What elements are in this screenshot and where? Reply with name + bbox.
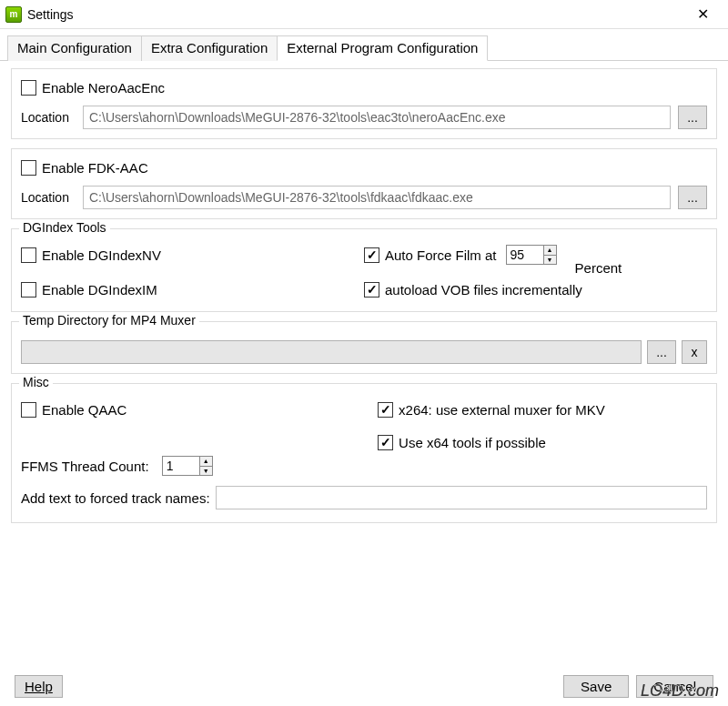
- spinner-buttons[interactable]: ▲▼: [544, 245, 557, 265]
- help-button[interactable]: Help: [15, 675, 63, 698]
- close-button[interactable]: ✕: [684, 5, 721, 23]
- label-fdk-location: Location: [21, 190, 76, 205]
- tabbar: Main Configuration Extra Configuration E…: [0, 29, 728, 61]
- checkbox-x64-tools[interactable]: [378, 435, 393, 450]
- label-nero-enable: Enable NeroAacEnc: [42, 80, 165, 96]
- group-misc: Misc Enable QAAC FFMS Thread Count: 1 ▲▼: [11, 383, 717, 523]
- label-fdk-enable: Enable FDK-AAC: [42, 160, 148, 176]
- browse-nero-button[interactable]: ...: [678, 106, 707, 129]
- cancel-button[interactable]: Cancel: [636, 675, 713, 698]
- legend-tempdir: Temp Directory for MP4 Muxer: [19, 313, 199, 328]
- spinner-ffms-buttons[interactable]: ▲▼: [200, 456, 213, 476]
- label-x264-muxer: x264: use external muxer for MKV: [399, 402, 605, 418]
- checkbox-x264-muxer[interactable]: [378, 402, 393, 418]
- spinner-autoforce[interactable]: 95 ▲▼: [506, 245, 557, 265]
- tab-content: Enable NeroAacEnc Location C:\Users\ahor…: [0, 61, 728, 523]
- clear-tempdir-button[interactable]: x: [682, 340, 707, 364]
- checkbox-dgindexim[interactable]: [21, 282, 36, 298]
- label-dgindexim: Enable DGIndexIM: [42, 282, 157, 298]
- group-nero: Enable NeroAacEnc Location C:\Users\ahor…: [11, 68, 717, 139]
- titlebar: m Settings ✕: [0, 0, 728, 29]
- label-percent: Percent: [575, 260, 622, 276]
- input-ffms-value[interactable]: 1: [162, 456, 200, 476]
- label-x64-tools: Use x64 tools if possible: [399, 435, 546, 450]
- checkbox-fdk-enable[interactable]: [21, 160, 36, 176]
- browse-tempdir-button[interactable]: ...: [647, 340, 676, 364]
- legend-misc: Misc: [19, 375, 53, 389]
- checkbox-nero-enable[interactable]: [21, 80, 36, 96]
- input-fdk-path[interactable]: C:\Users\ahorn\Downloads\MeGUI-2876-32\t…: [83, 186, 671, 209]
- input-nero-path[interactable]: C:\Users\ahorn\Downloads\MeGUI-2876-32\t…: [83, 106, 671, 129]
- label-forced-track: Add text to forced track names:: [21, 490, 210, 506]
- browse-fdk-button[interactable]: ...: [678, 186, 707, 209]
- checkbox-qaac[interactable]: [21, 402, 36, 418]
- label-autoload-vob: autoload VOB files incrementally: [385, 282, 582, 298]
- input-autoforce-value[interactable]: 95: [506, 245, 544, 265]
- spinner-ffms[interactable]: 1 ▲▼: [162, 456, 213, 476]
- checkbox-dgindexnv[interactable]: [21, 247, 36, 263]
- app-icon: m: [5, 6, 22, 23]
- input-tempdir[interactable]: [21, 340, 642, 364]
- checkbox-autoload-vob[interactable]: [364, 282, 379, 298]
- save-button[interactable]: Save: [563, 675, 629, 698]
- tab-external[interactable]: External Program Configuration: [277, 35, 488, 61]
- label-qaac: Enable QAAC: [42, 402, 126, 418]
- label-ffms: FFMS Thread Count:: [21, 459, 149, 474]
- legend-dgindex: DGIndex Tools: [19, 220, 110, 235]
- label-autoforce: Auto Force Film at: [385, 247, 497, 263]
- input-forced-track[interactable]: [216, 486, 707, 509]
- checkbox-autoforce[interactable]: [364, 247, 379, 263]
- group-dgindex: DGIndex Tools Enable DGIndexNV Enable DG…: [11, 228, 717, 312]
- tab-main[interactable]: Main Configuration: [7, 35, 142, 61]
- window-title: Settings: [27, 7, 684, 22]
- label-dgindexnv: Enable DGIndexNV: [42, 247, 161, 263]
- footer: Help Save Cancel: [0, 666, 728, 706]
- tab-extra[interactable]: Extra Configuration: [141, 35, 278, 61]
- group-tempdir: Temp Directory for MP4 Muxer ... x: [11, 321, 717, 374]
- group-fdk: Enable FDK-AAC Location C:\Users\ahorn\D…: [11, 148, 717, 219]
- label-nero-location: Location: [21, 110, 76, 125]
